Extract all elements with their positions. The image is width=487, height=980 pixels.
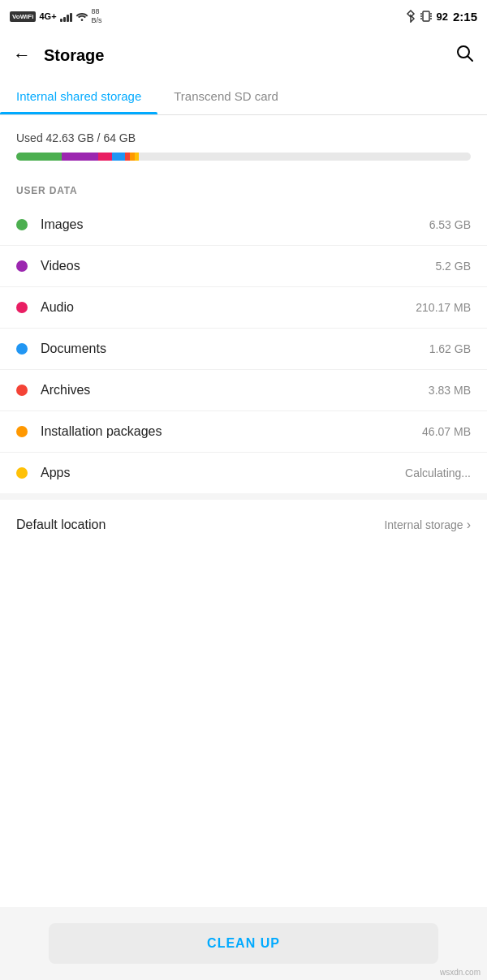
storage-item-videos[interactable]: Videos 5.2 GB (0, 246, 487, 287)
storage-items-list: Images 6.53 GB Videos 5.2 GB Audio 210.1… (0, 204, 487, 493)
watermark: wsxdn.com (440, 968, 481, 977)
status-bar: VoWiFi 4G+ 88B/s (0, 0, 487, 32)
item-size-installation-packages: 46.07 MB (422, 425, 471, 438)
bar-images (16, 153, 62, 161)
time: 2:15 (453, 10, 477, 24)
item-label-archives: Archives (41, 383, 429, 398)
vibrate-icon (420, 10, 432, 23)
storage-item-audio[interactable]: Audio 210.17 MB (0, 287, 487, 329)
page-title: Storage (44, 46, 104, 65)
search-icon (455, 43, 474, 62)
signal-strength: 4G+ (39, 11, 56, 21)
clean-up-button[interactable]: CLEAN UP (49, 923, 438, 964)
section-label-user-data: USER DATA (0, 170, 487, 204)
svg-line-9 (468, 57, 473, 62)
tab-sd-card[interactable]: Transcend SD card (157, 78, 295, 114)
bottom-bar: CLEAN UP (0, 907, 487, 980)
item-size-archives: 3.83 MB (429, 384, 471, 397)
dot-documents (16, 343, 28, 355)
item-size-videos: 5.2 GB (435, 260, 471, 273)
tabs: Internal shared storage Transcend SD car… (0, 78, 487, 115)
default-location-label: Default location (16, 518, 106, 532)
search-button[interactable] (455, 43, 474, 67)
network-speed: 88B/s (92, 7, 102, 25)
storage-bar (16, 153, 471, 161)
dot-images (16, 219, 28, 230)
item-label-audio: Audio (41, 300, 416, 315)
storage-item-documents[interactable]: Documents 1.62 GB (0, 329, 487, 370)
battery-level: 92 (437, 11, 448, 23)
item-label-installation-packages: Installation packages (41, 424, 422, 439)
bottom-spacer (0, 550, 487, 647)
bar-apps (135, 153, 140, 161)
item-size-audio: 210.17 MB (416, 301, 471, 314)
item-size-documents: 1.62 GB (429, 342, 471, 355)
nav-left: ← Storage (13, 45, 104, 66)
item-size-images: 6.53 GB (429, 218, 471, 231)
dot-audio (16, 302, 28, 313)
used-storage-text: Used 42.63 GB / 64 GB (16, 131, 471, 144)
item-size-apps: Calculating... (405, 466, 471, 479)
storage-info: Used 42.63 GB / 64 GB (0, 115, 487, 170)
bar-videos (62, 153, 98, 161)
dot-videos (16, 260, 28, 272)
status-right: 92 2:15 (406, 10, 478, 24)
dot-apps (16, 467, 28, 479)
chevron-right-icon: › (467, 518, 471, 532)
storage-item-installation-packages[interactable]: Installation packages 46.07 MB (0, 411, 487, 453)
bar-audio (98, 153, 112, 161)
dot-archives (16, 385, 28, 396)
bar-documents (112, 153, 126, 161)
tab-internal[interactable]: Internal shared storage (0, 78, 157, 114)
storage-item-images[interactable]: Images 6.53 GB (0, 204, 487, 246)
dot-installation-packages (16, 426, 28, 437)
bluetooth-icon (406, 10, 416, 23)
item-label-images: Images (41, 217, 429, 232)
signal-bars (60, 11, 72, 22)
default-location-value: Internal storage › (384, 518, 471, 532)
vowifi-badge: VoWiFi (10, 11, 36, 22)
storage-item-apps[interactable]: Apps Calculating... (0, 453, 487, 493)
svg-point-0 (80, 19, 83, 21)
top-bar: ← Storage (0, 32, 487, 78)
storage-item-archives[interactable]: Archives 3.83 MB (0, 370, 487, 411)
back-button[interactable]: ← (13, 45, 31, 66)
default-location-row[interactable]: Default location Internal storage › (0, 493, 487, 550)
wifi-icon (75, 11, 88, 21)
item-label-videos: Videos (41, 259, 435, 273)
status-left: VoWiFi 4G+ 88B/s (10, 7, 102, 25)
item-label-apps: Apps (41, 466, 405, 480)
svg-rect-1 (423, 11, 429, 21)
item-label-documents: Documents (41, 342, 429, 356)
